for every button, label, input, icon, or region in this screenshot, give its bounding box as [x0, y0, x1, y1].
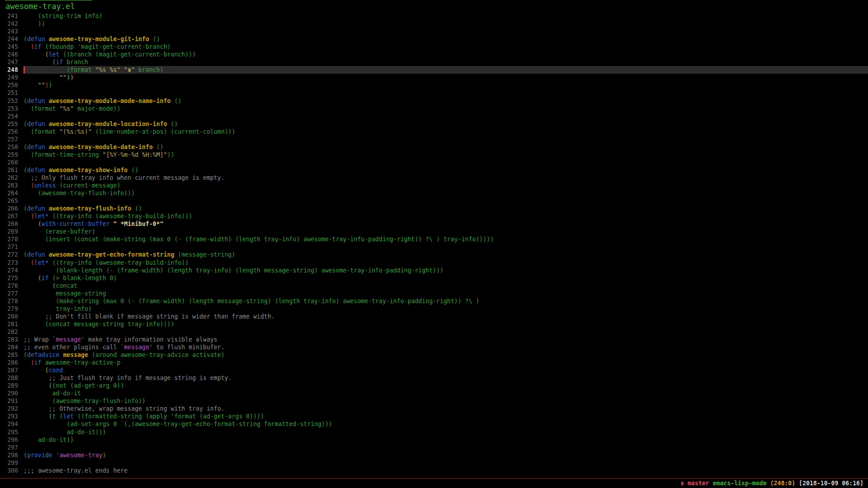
code-line[interactable]: 294 (ad-set-args 0 `(,(awesome-tray-get-… — [0, 420, 868, 428]
code-line[interactable]: 250 "")) — [0, 81, 868, 89]
code-line[interactable]: 248 (format "%s %s" "♜" branch) — [0, 66, 868, 74]
line-number: 248 — [0, 66, 24, 74]
code-text: (defun awesome-tray-module-mode-name-inf… — [24, 97, 868, 105]
code-line[interactable]: 265 — [0, 197, 868, 205]
code-line[interactable]: 254 — [0, 113, 868, 120]
code-line[interactable]: 273 (let* ((tray-info (awesome-tray-buil… — [0, 259, 868, 267]
code-line[interactable]: 284;; even other plugins call `message' … — [0, 343, 868, 351]
code-text — [24, 159, 868, 166]
code-line[interactable]: 261(defun awesome-tray-show-info () — [0, 166, 868, 174]
code-text — [24, 328, 868, 336]
line-number: 247 — [0, 58, 24, 66]
code-text: ;; Only flush tray info when current mes… — [24, 174, 868, 182]
code-line[interactable]: 260 — [0, 159, 868, 166]
code-line[interactable]: 268 (with-current-buffer " *Minibuf-0*" — [0, 220, 868, 228]
code-line[interactable]: 243 — [0, 28, 868, 35]
line-number: 281 — [0, 320, 24, 328]
code-line[interactable]: 257 — [0, 136, 868, 143]
line-number: 252 — [0, 97, 24, 105]
code-line[interactable]: 292 ;; Otherwise, wrap message string wi… — [0, 405, 868, 413]
code-line[interactable]: 285(defadvice message (around awesome-tr… — [0, 351, 868, 359]
code-text: (defun awesome-tray-module-git-info () — [24, 35, 868, 43]
code-line[interactable]: 288 ;; Just flush tray info if message s… — [0, 374, 868, 382]
buffer-title[interactable]: awesome-tray.el — [5, 0, 92, 11]
code-line[interactable]: 289 ((not (ad-get-arg 0)) — [0, 382, 868, 389]
line-number: 288 — [0, 374, 24, 382]
line-number: 266 — [0, 205, 24, 212]
code-text — [24, 89, 868, 97]
code-line[interactable]: 291 (awesome-tray-flush-info)) — [0, 397, 868, 405]
code-line[interactable]: 266(defun awesome-tray-flush-info () — [0, 205, 868, 212]
code-line[interactable]: 269 (erase-buffer) — [0, 228, 868, 235]
code-line[interactable]: 242 )) — [0, 20, 868, 28]
code-line[interactable]: 282 — [0, 328, 868, 336]
line-number: 253 — [0, 105, 24, 113]
code-line[interactable]: 290 ad-do-it — [0, 389, 868, 397]
code-line[interactable]: 286 (if awesome-tray-active-p — [0, 359, 868, 366]
code-line[interactable]: 280 ;; Don't fill blank if message strin… — [0, 313, 868, 320]
code-line[interactable]: 276 (concat — [0, 282, 868, 290]
code-line[interactable]: 262 ;; Only flush tray info when current… — [0, 174, 868, 182]
code-line[interactable]: 245 (if (fboundp 'magit-get-current-bran… — [0, 43, 868, 51]
code-text: (string-trim info) — [24, 12, 868, 20]
code-line[interactable]: 293 (t (let ((formatted-string (apply 'f… — [0, 413, 868, 420]
code-line[interactable]: 258(defun awesome-tray-module-date-info … — [0, 143, 868, 151]
line-number: 241 — [0, 12, 24, 20]
code-text: (concat message-string tray-info)))) — [24, 320, 868, 328]
code-line[interactable]: 275 (if (> blank-length 0) — [0, 274, 868, 282]
code-line[interactable]: 259 (format-time-string "[%Y-%m-%d %H:%M… — [0, 151, 868, 159]
code-line[interactable]: 283;; Wrap `message' make tray informati… — [0, 336, 868, 343]
code-line[interactable]: 249 "")) — [0, 74, 868, 81]
code-line[interactable]: 246 (let ((branch (magit-get-current-bra… — [0, 51, 868, 58]
line-number: 250 — [0, 81, 24, 89]
code-line[interactable]: 255(defun awesome-tray-module-location-i… — [0, 120, 868, 128]
code-line[interactable]: 270 (insert (concat (make-string (max 0 … — [0, 235, 868, 243]
line-number: 293 — [0, 413, 24, 420]
code-line[interactable]: 264 (awesome-tray-flush-info))) — [0, 189, 868, 197]
code-text: (defun awesome-tray-module-location-info… — [24, 120, 868, 128]
code-line[interactable]: 252(defun awesome-tray-module-mode-name-… — [0, 97, 868, 105]
line-number: 267 — [0, 212, 24, 220]
code-text: (if awesome-tray-active-p — [24, 359, 868, 366]
code-line[interactable]: 295 ad-do-it))) — [0, 428, 868, 436]
code-text: ;; Otherwise, wrap message string with t… — [24, 405, 868, 413]
code-text: message-string — [24, 290, 868, 297]
code-line[interactable]: 287 (cond — [0, 366, 868, 374]
code-editor[interactable]: 241 (string-trim info)242 ))243244(defun… — [0, 12, 868, 474]
line-number: 298 — [0, 451, 24, 459]
line-number: 287 — [0, 366, 24, 374]
code-line[interactable]: 263 (unless (current-message) — [0, 182, 868, 189]
code-line[interactable]: 251 — [0, 89, 868, 97]
code-line[interactable]: 279 tray-info) — [0, 305, 868, 313]
code-line[interactable]: 247 (if branch — [0, 58, 868, 66]
buffer-tab-bar: awesome-tray.el — [0, 0, 868, 12]
code-line[interactable]: 241 (string-trim info) — [0, 12, 868, 20]
code-line[interactable]: 253 (format "%s" major-mode)) — [0, 105, 868, 113]
code-text: (format-time-string "[%Y-%m-%d %H:%M]")) — [24, 151, 868, 159]
code-line[interactable]: 281 (concat message-string tray-info)))) — [0, 320, 868, 328]
code-line[interactable]: 296 ad-do-it)) — [0, 436, 868, 444]
code-line[interactable]: 300;;; awesome-tray.el ends here — [0, 467, 868, 474]
code-text: (make-string (max 0 (- (frame-width) (le… — [24, 297, 868, 305]
code-text: ;; Just flush tray info if message strin… — [24, 374, 868, 382]
code-line[interactable]: 272(defun awesome-tray-get-echo-format-s… — [0, 251, 868, 258]
code-line[interactable]: 278 (make-string (max 0 (- (frame-width)… — [0, 297, 868, 305]
code-text: (awesome-tray-flush-info)) — [24, 397, 868, 405]
code-line[interactable]: 244(defun awesome-tray-module-git-info (… — [0, 35, 868, 43]
code-text: (awesome-tray-flush-info))) — [24, 189, 868, 197]
code-line[interactable]: 274 (blank-length (- (frame-width) (leng… — [0, 267, 868, 274]
code-text: (blank-length (- (frame-width) (length t… — [24, 267, 868, 274]
code-line[interactable]: 298(provide 'awesome-tray) — [0, 451, 868, 459]
code-line[interactable]: 277 message-string — [0, 290, 868, 297]
code-line[interactable]: 271 — [0, 243, 868, 251]
date-time-indicator: [2018-10-09 06:16] — [795, 480, 863, 487]
code-line[interactable]: 299 — [0, 459, 868, 467]
line-number: 249 — [0, 74, 24, 81]
git-branch-indicator: ♜ master — [680, 480, 709, 487]
code-line[interactable]: 297 — [0, 444, 868, 451]
code-text: (if branch — [24, 58, 868, 66]
code-line[interactable]: 256 (format "(%s:%s)" (line-number-at-po… — [0, 128, 868, 136]
line-number: 243 — [0, 28, 24, 35]
code-text — [24, 197, 868, 205]
code-line[interactable]: 267 (let* ((tray-info (awesome-tray-buil… — [0, 212, 868, 220]
